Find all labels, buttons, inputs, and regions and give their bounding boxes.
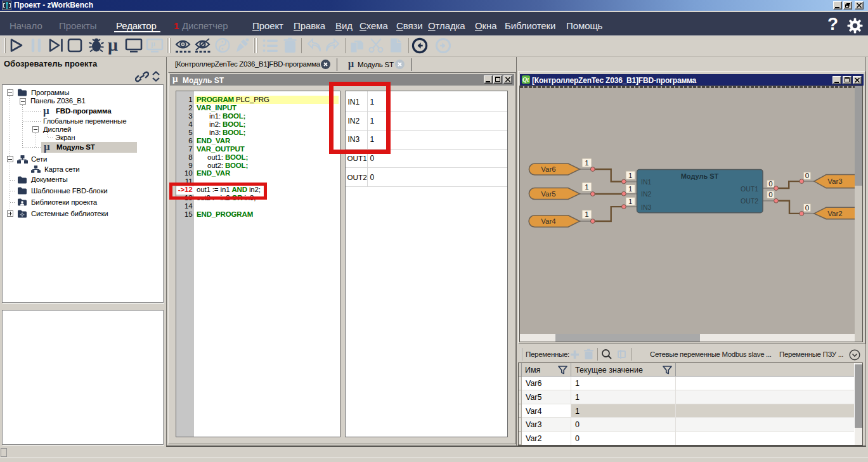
svg-text:1: 1 bbox=[628, 172, 632, 179]
svg-text:1: 1 bbox=[585, 210, 588, 218]
svg-text:1: 1 bbox=[585, 183, 588, 191]
svg-text:Модуль ST: Модуль ST bbox=[681, 172, 719, 180]
svg-text:OUT1: OUT1 bbox=[741, 185, 758, 193]
svg-text:OUT2: OUT2 bbox=[741, 197, 758, 205]
svg-text:IN2: IN2 bbox=[641, 190, 652, 198]
svg-text:1: 1 bbox=[628, 185, 632, 193]
svg-text:Var4: Var4 bbox=[541, 217, 556, 225]
svg-text:0: 0 bbox=[805, 172, 809, 179]
svg-text:0: 0 bbox=[768, 180, 772, 188]
svg-text:1: 1 bbox=[628, 198, 632, 205]
svg-text:0: 0 bbox=[805, 204, 809, 212]
svg-text:Var2: Var2 bbox=[827, 210, 842, 217]
svg-text:1: 1 bbox=[585, 159, 588, 167]
svg-text:Var5: Var5 bbox=[541, 190, 555, 198]
svg-text:Var6: Var6 bbox=[541, 165, 555, 173]
svg-text:IN1: IN1 bbox=[641, 178, 652, 186]
svg-text:IN3: IN3 bbox=[641, 203, 652, 211]
svg-text:0: 0 bbox=[768, 191, 772, 198]
svg-text:Var3: Var3 bbox=[827, 177, 842, 185]
